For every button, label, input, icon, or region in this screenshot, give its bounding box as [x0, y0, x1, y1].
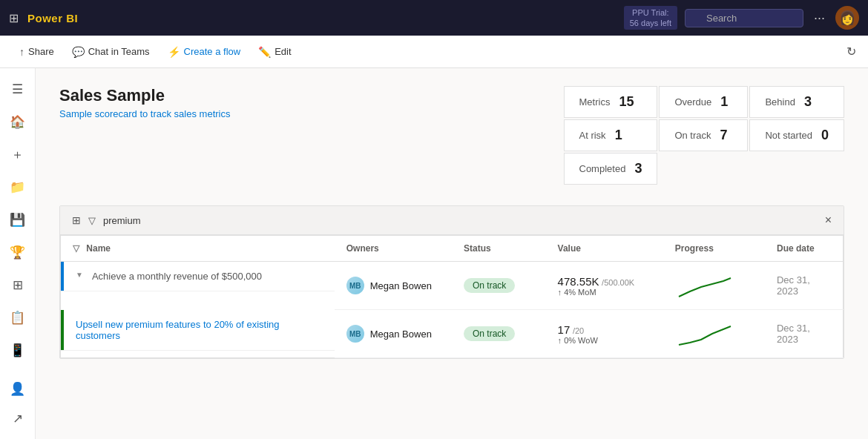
- col-header-owners: Owners: [335, 236, 452, 262]
- status-badge-1: On track: [464, 278, 515, 293]
- filter-close-button[interactable]: ×: [825, 214, 832, 227]
- data-table-wrapper: ⊞ ▽ premium × ▽ Name Owners Status Value: [59, 205, 844, 359]
- cell-status-2: On track: [452, 310, 546, 358]
- share-icon: ↑: [19, 46, 24, 58]
- search-box[interactable]: Search: [685, 9, 803, 27]
- cell-due-2: Dec 31, 2023: [765, 310, 844, 358]
- edit-icon: ✏️: [258, 46, 271, 58]
- status-badge-2: On track: [464, 326, 515, 341]
- metric-overdue[interactable]: Overdue 1: [659, 86, 748, 118]
- nav-left: ⊞ Power BI: [9, 11, 617, 25]
- share-button[interactable]: ↑ Share: [12, 42, 62, 62]
- search-container[interactable]: 🔍 Search: [685, 9, 803, 27]
- sidebar-item-apps[interactable]: 📱: [3, 335, 33, 365]
- cell-name-2: Upsell new premium features to 20% of ex…: [61, 310, 335, 351]
- waffle-icon[interactable]: ⊞: [9, 11, 19, 25]
- sidebar-item-home[interactable]: 🏠: [3, 107, 33, 136]
- sidebar-item-goals[interactable]: 🏆: [3, 237, 33, 267]
- col-header-value: Value: [546, 236, 663, 262]
- cell-owner-2: MB Megan Bowen: [335, 310, 452, 358]
- filter-icon-header: ▽: [73, 243, 79, 254]
- progress-chart-1: [675, 271, 734, 300]
- sidebar-item-browse[interactable]: 📁: [3, 172, 33, 202]
- value-main-1: 478.55K: [558, 275, 599, 288]
- chat-in-teams-button[interactable]: 💬 Chat in Teams: [65, 42, 157, 62]
- sidebar-item-external[interactable]: ↗: [3, 403, 33, 433]
- value-sub-2: /20: [573, 326, 584, 335]
- metric-at-risk[interactable]: At risk 1: [564, 119, 658, 151]
- teams-icon: 💬: [72, 46, 85, 58]
- col-header-progress: Progress: [663, 236, 765, 262]
- row-name-link-2[interactable]: Upsell new premium features to 20% of ex…: [76, 319, 280, 341]
- expand-arrow-1[interactable]: ▼: [76, 271, 83, 279]
- col-header-name: ▽ Name: [61, 236, 335, 262]
- col-header-due: Due date: [765, 236, 844, 262]
- scorecard-title: Sales Sample: [59, 86, 230, 105]
- progress-chart-2: [675, 319, 734, 349]
- owner-avatar-2: MB: [346, 325, 364, 343]
- metric-on-track[interactable]: On track 7: [659, 119, 748, 151]
- sidebar-item-profile[interactable]: 👤: [3, 374, 33, 403]
- filter-bar: ⊞ ▽ premium ×: [60, 206, 844, 235]
- sidebar-item-dashboards[interactable]: ⊞: [3, 270, 33, 300]
- more-options-icon[interactable]: ···: [811, 10, 828, 26]
- flow-icon: ⚡: [168, 46, 180, 58]
- refresh-button[interactable]: ↻: [846, 45, 856, 58]
- row-name-text-1: Achieve a monthly revenue of $500,000: [92, 271, 262, 282]
- scorecard-title-section: Sales Sample Sample scorecard to track s…: [59, 86, 230, 119]
- scorecard-header: Sales Sample Sample scorecard to track s…: [59, 86, 844, 185]
- value-change-2: ↑ 0% WoW: [558, 336, 651, 345]
- nav-right: PPU Trial: 56 days left 🔍 Search ··· 👩: [624, 6, 859, 30]
- search-placeholder: Search: [706, 13, 737, 24]
- value-main-2: 17: [558, 323, 571, 336]
- sidebar-item-create[interactable]: ＋: [3, 139, 33, 169]
- cell-value-2: 17 /20 ↑ 0% WoW: [546, 310, 663, 358]
- table-row: ▼ Achieve a monthly revenue of $500,000 …: [61, 262, 844, 310]
- main-content: Sales Sample Sample scorecard to track s…: [36, 68, 868, 439]
- nav-right-section: ↻: [846, 44, 856, 59]
- top-navigation: ⊞ Power BI PPU Trial: 56 days left 🔍 Sea…: [0, 0, 868, 36]
- metric-completed[interactable]: Completed 3: [564, 153, 658, 185]
- table-body: ▼ Achieve a monthly revenue of $500,000 …: [61, 262, 844, 358]
- cell-value-1: 478.55K /500.00K ↑ 4% MoM: [546, 262, 663, 310]
- main-layout: ☰ 🏠 ＋ 📁 💾 🏆 ⊞ 📋 📱 👤 ↗ Sales Sample Sampl…: [0, 68, 868, 439]
- app-title: Power BI: [27, 12, 78, 24]
- filter-icon: ⊞: [72, 214, 81, 226]
- edit-button[interactable]: ✏️ Edit: [251, 42, 298, 62]
- filter-funnel-icon: ▽: [88, 215, 96, 226]
- table-header: ▽ Name Owners Status Value Progress Due …: [61, 236, 844, 262]
- left-sidebar: ☰ 🏠 ＋ 📁 💾 🏆 ⊞ 📋 📱 👤 ↗: [0, 68, 36, 439]
- cell-status-1: On track: [452, 262, 546, 310]
- owner-avatar-1: MB: [346, 277, 364, 294]
- scorecard-table: ▽ Name Owners Status Value Progress Due …: [60, 235, 844, 358]
- cell-owner-1: MB Megan Bowen: [335, 262, 452, 310]
- table-row: Upsell new premium features to 20% of ex…: [61, 310, 844, 358]
- metric-metrics[interactable]: Metrics 15: [564, 86, 658, 118]
- metric-not-started[interactable]: Not started 0: [749, 119, 844, 151]
- scorecard-subtitle[interactable]: Sample scorecard to track sales metrics: [59, 108, 230, 119]
- sidebar-item-reports[interactable]: 📋: [3, 303, 33, 332]
- ppu-badge: PPU Trial: 56 days left: [624, 6, 677, 30]
- owner-name-1: Megan Bowen: [370, 280, 432, 291]
- sidebar-bottom: 👤 ↗: [3, 374, 33, 433]
- metric-behind[interactable]: Behind 3: [749, 86, 844, 118]
- metrics-grid: Metrics 15 Overdue 1 Behind 3 At risk 1: [564, 86, 845, 185]
- value-sub-1: /500.00K: [602, 278, 634, 287]
- owner-name-2: Megan Bowen: [370, 329, 432, 340]
- cell-progress-2: [663, 310, 765, 358]
- col-header-status: Status: [452, 236, 546, 262]
- cell-name-1: ▼ Achieve a monthly revenue of $500,000: [61, 262, 335, 291]
- cell-progress-1: [663, 262, 765, 310]
- sidebar-item-menu[interactable]: ☰: [3, 74, 33, 104]
- filter-tag: premium: [103, 215, 141, 226]
- action-toolbar: ↑ Share 💬 Chat in Teams ⚡ Create a flow …: [0, 36, 868, 68]
- sidebar-item-data[interactable]: 💾: [3, 205, 33, 234]
- create-flow-button[interactable]: ⚡ Create a flow: [160, 42, 249, 62]
- user-avatar[interactable]: 👩: [835, 6, 859, 30]
- value-change-1: ↑ 4% MoM: [558, 288, 651, 297]
- cell-due-1: Dec 31, 2023: [765, 262, 844, 310]
